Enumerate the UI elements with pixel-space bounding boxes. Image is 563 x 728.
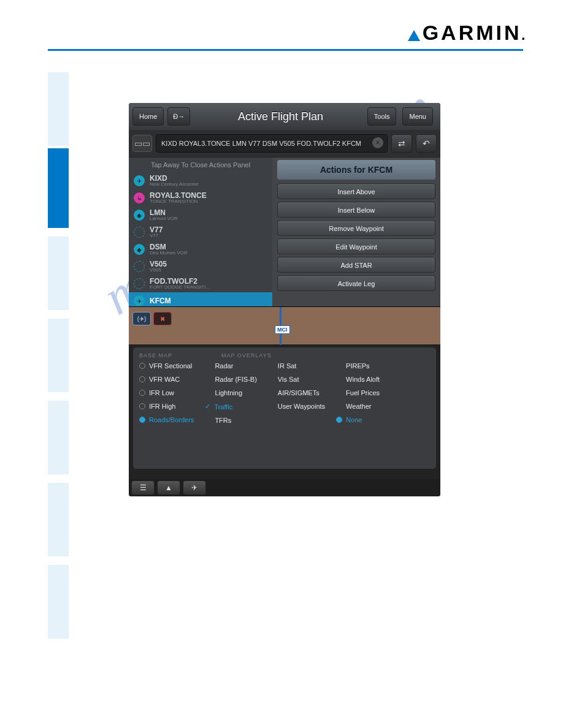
nav-tab-6[interactable] bbox=[48, 483, 69, 556]
opt-vfr-wac[interactable]: VFR WAC bbox=[139, 376, 194, 383]
waypoint-desc: FORT DODGE TRANSITI... bbox=[150, 285, 210, 290]
left-nav bbox=[48, 70, 69, 639]
overlay-column-3: PIREPs Winds Aloft Fuel Prices Weather N… bbox=[336, 362, 380, 424]
waypoint-code: KFCM bbox=[150, 297, 171, 305]
terrain-button[interactable]: ▲ bbox=[157, 480, 180, 495]
airway-icon bbox=[134, 227, 145, 238]
clear-route-button[interactable]: × bbox=[372, 137, 383, 148]
waypoint-item[interactable]: V77 V77 bbox=[129, 224, 272, 241]
nav-tab-2[interactable] bbox=[48, 148, 69, 228]
airway-icon bbox=[134, 261, 145, 272]
waypoint-item[interactable]: V505 V505 bbox=[129, 258, 272, 275]
actions-panel: Actions for KFCM Insert Above Insert Bel… bbox=[272, 157, 440, 306]
opt-air-sigmets[interactable]: AIR/SIGMETs bbox=[268, 389, 325, 396]
activate-leg-button[interactable]: Activate Leg bbox=[277, 275, 435, 291]
opt-traffic[interactable]: ✓Traffic bbox=[205, 403, 256, 411]
actions-title: Actions for KFCM bbox=[277, 160, 435, 180]
opt-ir-sat[interactable]: IR Sat bbox=[268, 362, 325, 370]
insert-below-button[interactable]: Insert Below bbox=[277, 202, 435, 218]
waypoint-desc: New Century Aircenter bbox=[150, 182, 199, 187]
waypoint-desc: Lamoni VOR bbox=[150, 216, 178, 221]
opt-lightning[interactable]: Lightning bbox=[205, 389, 256, 396]
opt-radar[interactable]: Radar bbox=[205, 362, 256, 370]
remove-waypoint-button[interactable]: Remove Waypoint bbox=[277, 220, 435, 236]
waypoint-desc: TONCE TRANSITION bbox=[150, 199, 207, 204]
waypoint-item[interactable]: FOD.TWOLF2 FORT DODGE TRANSITI... bbox=[129, 275, 272, 292]
layers-button[interactable]: ☰ bbox=[131, 480, 155, 495]
traffic-badge[interactable]: (✈) bbox=[132, 312, 151, 325]
flightplan-panel: Tap Away To Close Actions Panel ✈ KIXD N… bbox=[129, 157, 440, 306]
app-screenshot: Home Ð→ Active Flight Plan Tools Menu ▭▭… bbox=[129, 103, 440, 496]
route-input[interactable]: KIXD ROYAL3.TONCE LMN V77 DSM V505 FOD.T… bbox=[156, 134, 388, 153]
mountain-icon: ▲ bbox=[165, 483, 172, 492]
base-map-column: VFR Sectional VFR WAC IFR Low IFR High R… bbox=[139, 362, 194, 424]
layers-icon: ☰ bbox=[140, 483, 147, 492]
book-icon: ▭▭ bbox=[134, 138, 150, 148]
star-icon bbox=[134, 278, 145, 289]
vor-icon: ◆ bbox=[134, 244, 145, 255]
nav-tab-1[interactable] bbox=[48, 72, 69, 146]
waypoint-list: Tap Away To Close Actions Panel ✈ KIXD N… bbox=[129, 157, 272, 306]
waypoint-item[interactable]: ↳ ROYAL3.TONCE TONCE TRANSITION bbox=[129, 189, 272, 207]
airport-icon: ✈ bbox=[134, 295, 145, 306]
waypoint-desc: V505 bbox=[150, 268, 167, 273]
menu-button[interactable]: Menu bbox=[402, 107, 433, 126]
map-preview[interactable]: (✈) ✖ MCI bbox=[129, 306, 440, 344]
waypoint-item[interactable]: ✈ KIXD New Century Aircenter bbox=[129, 172, 272, 189]
undo-button[interactable]: ↶ bbox=[416, 134, 437, 153]
map-options-panel: BASE MAP MAP OVERLAYS VFR Sectional VFR … bbox=[132, 347, 437, 469]
swap-icon: ⇄ bbox=[398, 138, 405, 148]
header-rule bbox=[48, 49, 523, 51]
overlay-column-2: IR Sat Vis Sat AIR/SIGMETs User Waypoint… bbox=[268, 362, 325, 424]
waypoint-item[interactable]: ◆ LMN Lamoni VOR bbox=[129, 207, 272, 224]
opt-vfr-sectional[interactable]: VFR Sectional bbox=[139, 362, 194, 370]
nav-tab-5[interactable] bbox=[48, 401, 69, 474]
opt-roads-borders[interactable]: Roads/Borders bbox=[139, 416, 194, 423]
home-button[interactable]: Home bbox=[132, 107, 164, 126]
opt-user-waypoints[interactable]: User Waypoints bbox=[268, 403, 325, 410]
edit-waypoint-button[interactable]: Edit Waypoint bbox=[277, 238, 435, 254]
opt-none[interactable]: None bbox=[336, 416, 380, 423]
titlebar: Home Ð→ Active Flight Plan Tools Menu bbox=[129, 103, 440, 130]
add-star-button[interactable]: Add STAR bbox=[277, 257, 435, 273]
reverse-route-button[interactable]: ⇄ bbox=[391, 134, 412, 153]
brand-delta-icon bbox=[408, 30, 420, 41]
waypoint-desc: Des Moines VOR bbox=[150, 251, 188, 256]
opt-pireps[interactable]: PIREPs bbox=[336, 362, 380, 370]
route-text: KIXD ROYAL3.TONCE LMN V77 DSM V505 FOD.T… bbox=[161, 140, 361, 147]
waypoint-item[interactable]: ◆ DSM Des Moines VOR bbox=[129, 241, 272, 258]
opt-winds-aloft[interactable]: Winds Aloft bbox=[336, 376, 380, 383]
overlay-column-1: Radar Radar (FIS-B) Lightning ✓Traffic T… bbox=[205, 362, 256, 424]
route-row: ▭▭ KIXD ROYAL3.TONCE LMN V77 DSM V505 FO… bbox=[129, 130, 440, 157]
tools-button[interactable]: Tools bbox=[367, 107, 397, 126]
waypoint-item-selected[interactable]: ✈ KFCM bbox=[129, 292, 272, 306]
opt-ifr-low[interactable]: IFR Low bbox=[139, 389, 194, 396]
overlays-heading: MAP OVERLAYS bbox=[221, 352, 272, 358]
bookmarks-button[interactable]: ▭▭ bbox=[132, 135, 152, 152]
opt-vis-sat[interactable]: Vis Sat bbox=[268, 376, 325, 383]
base-map-heading: BASE MAP bbox=[139, 352, 172, 358]
nav-tab-4[interactable] bbox=[48, 319, 69, 392]
nav-tab-7[interactable] bbox=[48, 565, 69, 639]
insert-above-button[interactable]: Insert Above bbox=[277, 183, 435, 199]
map-label-mci: MCI bbox=[275, 325, 290, 334]
brand-dot-icon: . bbox=[521, 21, 526, 45]
waypoint-desc: V77 bbox=[150, 233, 163, 238]
sid-icon: ↳ bbox=[134, 192, 145, 203]
opt-fuel-prices[interactable]: Fuel Prices bbox=[336, 389, 380, 396]
close-hint: Tap Away To Close Actions Panel bbox=[129, 157, 272, 172]
opt-radar-fisb[interactable]: Radar (FIS-B) bbox=[205, 376, 256, 383]
undo-icon: ↶ bbox=[423, 138, 430, 148]
plane-icon: ✈ bbox=[191, 483, 197, 492]
nav-tab-3[interactable] bbox=[48, 237, 69, 310]
airport-icon: ✈ bbox=[134, 175, 145, 186]
brand-text: GARMIN bbox=[423, 21, 522, 45]
traffic-off-badge[interactable]: ✖ bbox=[153, 312, 172, 325]
vor-icon: ◆ bbox=[134, 210, 145, 221]
opt-weather[interactable]: Weather bbox=[336, 403, 380, 410]
direct-to-button[interactable]: Ð→ bbox=[167, 107, 190, 126]
direct-to-icon: Ð→ bbox=[173, 113, 185, 120]
ownship-button[interactable]: ✈ bbox=[183, 480, 206, 495]
opt-ifr-high[interactable]: IFR High bbox=[139, 403, 194, 410]
opt-tfrs[interactable]: TFRs bbox=[205, 417, 256, 424]
